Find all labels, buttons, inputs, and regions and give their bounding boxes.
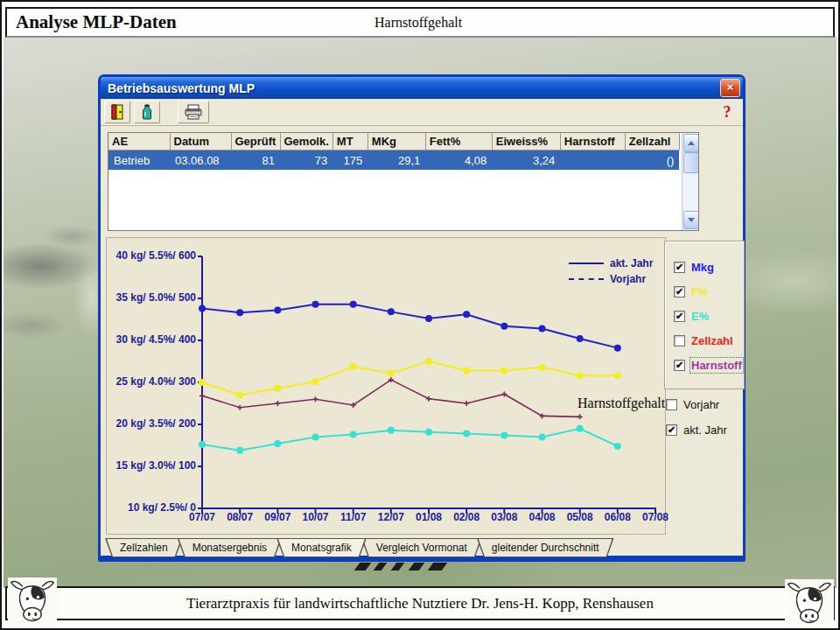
checkbox-harnstoff[interactable]: ✔ <box>674 360 685 371</box>
x-tick-label: 03/08 <box>485 511 523 523</box>
tab-vergleich-vormonat[interactable]: Vergleich Vormonat <box>361 538 482 557</box>
y-tick-label: 25 kg/ 4.0%/ 300 <box>108 375 196 388</box>
exit-door-icon <box>109 104 125 120</box>
tab-label: Monatsergebnis <box>178 539 281 556</box>
legend-item: akt. Jahr <box>569 256 653 271</box>
close-button[interactable]: × <box>720 79 740 97</box>
x-tick-label: 08/07 <box>220 511 259 523</box>
line-chart <box>198 252 670 523</box>
help-button[interactable]: ? <box>717 101 738 123</box>
tab-label: Monatsgrafik <box>277 539 366 556</box>
page-title: Analyse MLP-Daten <box>16 11 177 33</box>
chart-legend: akt. JahrVorjahr <box>569 256 653 287</box>
footer-bar: Tierarztpraxis für landwirtschaftliche N… <box>5 586 835 620</box>
table-scrollbar[interactable] <box>682 133 698 230</box>
dashed-line-sample <box>569 278 604 280</box>
column-header[interactable]: MT <box>332 133 368 150</box>
page-subtitle: Harnstoffgehalt <box>374 15 462 31</box>
checkbox-mkg[interactable]: ✔ <box>674 262 685 273</box>
bottle-icon <box>141 104 153 120</box>
checkbox-label: Harnstoff <box>691 359 742 372</box>
checkbox-label: Zellzahl <box>691 334 733 347</box>
checkbox-label: F% <box>691 285 709 298</box>
checkbox-label: akt. Jahr <box>683 424 727 437</box>
tab-monatsergebnis[interactable]: Monatsergebnis <box>178 538 282 557</box>
y-tick-label: 40 kg/ 5.5%/ 600 <box>108 249 196 262</box>
chart-panel: 40 kg/ 5.5%/ 60035 kg/ 5.0%/ 50030 kg/ 4… <box>106 237 666 535</box>
tab-zellzahlen[interactable]: Zellzahlen <box>105 538 183 557</box>
arrow-up-icon <box>688 141 695 145</box>
table-row[interactable]: Betrieb03.06.08817317529,14,083,24() <box>108 150 679 171</box>
print-button[interactable] <box>178 101 209 123</box>
tab-label: gleitender Durchschnitt <box>478 539 613 556</box>
checkbox-f%[interactable]: ✔ <box>674 286 685 298</box>
x-tick-label: 07/08 <box>636 511 675 523</box>
x-tick-label: 09/07 <box>258 511 297 523</box>
checkbox-label: Mkg <box>691 261 714 274</box>
mlp-table: AEDatumGeprüftGemolk.MTMKgFett%Eiweiss%H… <box>108 132 699 231</box>
column-header[interactable]: Eiweiss% <box>492 133 560 150</box>
window-titlebar[interactable]: Betriebsauswertung MLP × <box>101 77 743 99</box>
tab-bar: ZellzahlenMonatsergebnisMonatsgrafikVerg… <box>105 538 609 556</box>
window-title: Betriebsauswertung MLP <box>108 81 255 95</box>
close-icon: × <box>727 80 734 94</box>
legend-label: Vorjahr <box>610 273 646 285</box>
checkbox-label: E% <box>691 310 709 323</box>
x-tick-label: 06/08 <box>598 511 637 523</box>
year-toggle-group: Vorjahr✔akt. Jahr <box>666 398 745 449</box>
y-tick-label: 35 kg/ 5.0%/ 500 <box>108 291 196 304</box>
arrow-down-icon <box>688 218 695 222</box>
column-header[interactable]: Datum <box>170 133 231 150</box>
series-toggle[interactable]: ✔Mkg <box>674 261 744 273</box>
betriebsauswertung-window: Betriebsauswertung MLP × <box>98 74 746 562</box>
footer-text: Tierarztpraxis für landwirtschaftliche N… <box>186 595 654 612</box>
cow-illustration-right <box>784 579 835 628</box>
column-header[interactable]: Harnstoff <box>560 133 625 150</box>
tab-gleitender-durchschnitt[interactable]: gleitender Durchschnitt <box>477 538 614 557</box>
sample-bottle-button[interactable] <box>134 101 160 123</box>
x-tick-label: 11/07 <box>334 511 373 523</box>
scroll-up-button[interactable] <box>683 134 699 152</box>
x-tick-label: 07/07 <box>183 511 221 523</box>
column-header[interactable]: Geprüft <box>231 133 280 150</box>
series-toggle[interactable]: ✔E% <box>674 310 744 322</box>
checkbox-e%[interactable]: ✔ <box>674 311 685 322</box>
y-tick-label: 15 kg/ 3.0%/ 100 <box>108 459 196 472</box>
x-tick-label: 02/08 <box>447 511 486 523</box>
series-toggle[interactable]: ✔Harnstoff <box>674 359 744 371</box>
checkbox-label: Vorjahr <box>683 398 719 411</box>
tab-label: Vergleich Vormonat <box>362 539 481 556</box>
legend-label: akt. Jahr <box>610 257 653 270</box>
column-header[interactable]: MKg <box>368 133 425 150</box>
x-tick-label: 04/08 <box>523 511 562 523</box>
column-header[interactable]: Zellzahl <box>625 133 679 150</box>
series-toggle-group: ✔Mkg✔F%✔E%Zellzahl✔Harnstoff <box>664 241 745 389</box>
series-toggle[interactable]: ✔F% <box>674 285 744 298</box>
year-toggle[interactable]: ✔akt. Jahr <box>666 424 745 436</box>
x-tick-label: 10/07 <box>297 511 335 523</box>
column-header[interactable]: AE <box>108 133 170 150</box>
solid-line-sample <box>569 262 604 264</box>
column-header[interactable]: Fett% <box>425 133 492 150</box>
scroll-down-button[interactable] <box>683 211 699 229</box>
column-header[interactable]: Gemolk. <box>280 133 332 150</box>
printer-icon <box>184 104 203 120</box>
cow-illustration-left <box>7 578 58 626</box>
year-toggle[interactable]: Vorjahr <box>666 398 745 410</box>
slide: Analyse MLP-Daten Harnstoffgehalt Betrie… <box>0 0 840 630</box>
tab-monatsgrafik[interactable]: Monatsgrafik <box>276 538 367 557</box>
y-tick-label: 30 kg/ 4.5%/ 400 <box>108 333 196 346</box>
scrollbar-thumb[interactable] <box>683 152 699 173</box>
tab-label: Zellzahlen <box>106 539 182 556</box>
x-tick-label: 12/07 <box>372 511 410 523</box>
x-tick-label: 05/08 <box>561 511 599 523</box>
header-bar: Analyse MLP-Daten Harnstoffgehalt <box>5 7 835 38</box>
series-toggle[interactable]: Zellzahl <box>674 334 744 346</box>
checkbox-zellzahl[interactable] <box>674 335 685 346</box>
chart-annotation: Harnstoffgehalt <box>578 396 665 411</box>
legend-item: Vorjahr <box>569 271 653 287</box>
toolbar: ? <box>101 99 743 126</box>
checkbox-akt-jahr[interactable]: ✔ <box>666 424 677 436</box>
checkbox-vorjahr[interactable] <box>666 399 677 410</box>
exit-button[interactable] <box>104 101 130 123</box>
